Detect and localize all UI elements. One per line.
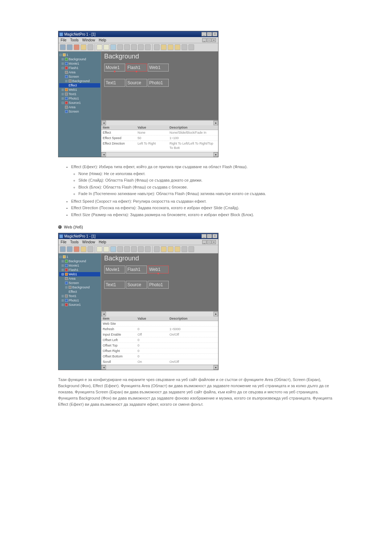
tool-icon[interactable] (145, 44, 151, 50)
props-hscrollbar[interactable]: ◂▸ (101, 365, 218, 370)
close-icon[interactable]: × (212, 32, 217, 36)
bullet-icon (58, 225, 62, 229)
close-icon[interactable]: × (212, 234, 217, 238)
maximize-icon[interactable]: □ (207, 32, 212, 36)
menu-help[interactable]: Help (99, 38, 106, 42)
prop-desc: 1~100 (168, 135, 218, 141)
tool-icon[interactable] (81, 44, 86, 50)
tool-icon[interactable] (74, 44, 79, 50)
prop-item: Effect Speed (101, 135, 136, 141)
prop-value[interactable]: 0 (136, 327, 168, 332)
prop-value[interactable]: 0 (136, 348, 168, 353)
titlebar[interactable]: MagicNetPro 1 - [1] _ □ × (58, 233, 218, 239)
tool-icon[interactable] (175, 246, 180, 252)
property-row[interactable]: EffectNoneNone/Slide/Block/Fade In (101, 130, 218, 135)
doc-close-icon[interactable]: × (212, 240, 216, 244)
tool-icon[interactable] (161, 44, 167, 50)
prop-value[interactable] (136, 321, 168, 326)
tool-icon[interactable] (103, 44, 109, 50)
tool-icon[interactable] (138, 44, 144, 50)
tool-text-icon[interactable] (87, 44, 93, 50)
tool-icon[interactable] (81, 246, 86, 252)
prop-value[interactable]: 50 (136, 135, 168, 141)
property-row[interactable]: Offset Left0 (101, 337, 218, 343)
prop-value[interactable]: None (136, 130, 168, 135)
canvas-hscrollbar[interactable]: ◂▸ (101, 120, 218, 125)
prop-value[interactable]: On (136, 359, 168, 364)
doc-restore-icon[interactable]: ▫ (207, 240, 211, 244)
tool-icon[interactable] (60, 246, 66, 252)
prop-value[interactable]: 0 (136, 354, 168, 359)
tool-icon[interactable] (168, 246, 173, 252)
doc-restore-icon[interactable]: ▫ (207, 38, 211, 42)
prop-desc (168, 354, 218, 359)
property-row[interactable]: Offset Bottom0 (101, 354, 218, 359)
prop-value[interactable]: Left To Right (136, 141, 168, 150)
menu-window[interactable]: Window (82, 240, 95, 244)
tool-icon[interactable] (124, 246, 130, 252)
tool-icon[interactable] (117, 44, 123, 50)
canvas-hscrollbar[interactable]: ◂▸ (101, 311, 218, 316)
titlebar[interactable]: MagicNetPro 1 - [1] _ □ × (58, 31, 218, 37)
project-tree[interactable]: ⊟1 ⊞Background ⊞Movie1 ⊟Flash1 Area Scre… (58, 52, 101, 157)
properties-grid-1[interactable]: EffectNoneNone/Slide/Block/Fade InEffect… (101, 130, 218, 152)
property-row[interactable]: Effect Speed501~100 (101, 135, 218, 141)
project-tree[interactable]: ⊟1 ⊞Background ⊞Movie1 ⊞Flash1 ⊟Web1 Are… (58, 254, 101, 370)
property-row[interactable]: Offset Top0 (101, 343, 218, 348)
property-row[interactable]: Effect DirectionLeft To RightRight To Le… (101, 141, 218, 151)
menu-help[interactable]: Help (99, 240, 106, 244)
tool-icon[interactable] (154, 44, 160, 50)
preview-canvas[interactable]: Background Movie1 Flash1 Web1 Text1 Sour… (101, 52, 218, 120)
prop-value[interactable]: 0 (136, 337, 168, 343)
tool-icon[interactable] (124, 44, 130, 50)
tool-icon[interactable] (131, 44, 137, 50)
tool-icon[interactable] (97, 44, 102, 50)
minimize-icon[interactable]: _ (201, 234, 207, 238)
tool-icon[interactable] (97, 246, 102, 252)
doc-minimize-icon[interactable]: _ (202, 38, 207, 42)
tool-icon[interactable] (110, 44, 116, 50)
tool-icon[interactable] (60, 44, 66, 50)
prop-value[interactable]: Off (136, 332, 168, 337)
menu-tools[interactable]: Tools (70, 38, 78, 42)
property-row[interactable]: ScrollOnOn/Off (101, 359, 218, 365)
tool-icon[interactable] (168, 44, 173, 50)
tool-icon[interactable] (67, 246, 73, 252)
prop-value[interactable]: 0 (136, 343, 168, 348)
web-icon (65, 273, 68, 276)
tool-text-icon[interactable] (87, 246, 93, 252)
tool-icon[interactable] (161, 246, 167, 252)
tool-icon[interactable] (181, 246, 187, 252)
menu-window[interactable]: Window (82, 38, 95, 42)
menu-tools[interactable]: Tools (70, 240, 78, 244)
preview-canvas[interactable]: Background Movie1 Flash1 Web1 Text1 Sour… (101, 254, 218, 311)
tool-icon[interactable] (145, 246, 151, 252)
tool-icon[interactable] (131, 246, 137, 252)
properties-grid-2[interactable]: Web SiteRefresh01~5000Input EnableOffOn/… (101, 321, 218, 365)
tool-icon[interactable] (188, 246, 194, 252)
doc-close-icon[interactable]: × (212, 38, 216, 42)
tool-icon[interactable] (103, 246, 109, 252)
maximize-icon[interactable]: □ (207, 234, 212, 238)
tool-icon[interactable] (110, 246, 116, 252)
menu-file[interactable]: File (61, 38, 66, 42)
property-row[interactable]: Input EnableOffOn/Off (101, 332, 218, 337)
tool-icon[interactable] (117, 246, 123, 252)
tool-icon[interactable] (188, 44, 194, 50)
prop-desc: On/Off (168, 332, 218, 337)
list-item: None (Няма): Не се използва ефект. (78, 171, 327, 177)
tool-icon[interactable] (67, 44, 73, 50)
minimize-icon[interactable]: _ (201, 32, 207, 36)
menu-file[interactable]: File (61, 240, 66, 244)
tool-icon[interactable] (181, 44, 187, 50)
property-row[interactable]: Refresh01~5000 (101, 327, 218, 332)
tool-icon[interactable] (175, 44, 180, 50)
tool-icon[interactable] (74, 246, 79, 252)
tool-icon[interactable] (138, 246, 144, 252)
property-row[interactable]: Web Site (101, 321, 218, 327)
props-hscrollbar[interactable]: ◂▸ (101, 152, 218, 157)
tool-icon[interactable] (154, 246, 160, 252)
doc-minimize-icon[interactable]: _ (202, 240, 207, 244)
toolbar (58, 43, 218, 52)
property-row[interactable]: Offset Right0 (101, 348, 218, 354)
